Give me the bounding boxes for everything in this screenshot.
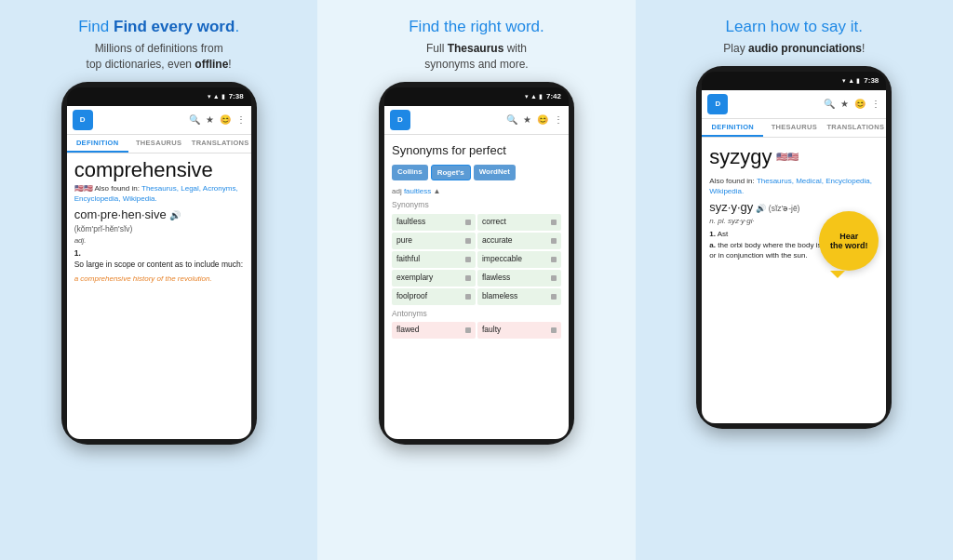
syn-pure[interactable]: pure [392, 233, 476, 249]
section-synonyms: Synonyms [392, 200, 561, 211]
phone-mid-screen: D 🔍 ★ 😊 ⋮ Synonyms for perfect Collins R… [384, 106, 569, 439]
signal-icon-mid: ▲ [530, 93, 537, 100]
syzygy-header-row: syzygy 🇺🇸🇺🇸 Also found in: Thesaurus, Me… [709, 143, 879, 196]
signal-icon: ▲ [213, 93, 220, 100]
search-icon-mid[interactable]: 🔍 [506, 114, 517, 125]
user-icon[interactable]: 😊 [220, 114, 231, 125]
link-wikipedia-r[interactable]: Wikipedia. [709, 187, 744, 195]
header-icons-mid: 🔍 ★ 😊 ⋮ [506, 114, 563, 125]
syn-flawless[interactable]: flawless [477, 270, 561, 287]
syn-faithful[interactable]: faithful [392, 251, 476, 268]
syn-correct[interactable]: correct [477, 214, 561, 231]
panel-mid: Find the right word. Full Thesaurus with… [317, 0, 635, 560]
star-icon[interactable]: ★ [206, 114, 214, 125]
adj-label: adj faultless ▲ [392, 186, 561, 196]
menu-icon-mid[interactable]: ⋮ [554, 114, 563, 125]
source-roget[interactable]: Roget's [431, 165, 471, 180]
search-icon-right[interactable]: 🔍 [824, 99, 835, 109]
syzygy-flags: 🇺🇸🇺🇸 [776, 151, 799, 164]
syn-dot [465, 327, 471, 333]
ant-flawed[interactable]: flawed [392, 322, 476, 339]
tab-thesaurus-left[interactable]: THESAURUS [128, 135, 190, 153]
link-thesaurus[interactable]: Thesaurus, [141, 184, 179, 193]
menu-icon[interactable]: ⋮ [236, 114, 246, 125]
syn-foolproof[interactable]: foolproof [392, 288, 476, 305]
battery-icon-right: ▮ [856, 77, 860, 85]
wifi-icon-mid: ▾ [525, 93, 529, 100]
phone-left: ▾ ▲ ▮ 7:38 D 🔍 ★ 😊 ⋮ DEFINITION THESAURU… [61, 82, 257, 445]
header-icons-right: 🔍 ★ 😊 ⋮ [824, 99, 880, 109]
speaker-icon-right[interactable]: 🔊 [756, 204, 766, 213]
screen-content-left: comprehensive 🇺🇸🇺🇸 Also found in: Thesau… [67, 153, 251, 439]
link-thesaurus-r[interactable]: Thesaurus, [757, 177, 794, 185]
link-legal[interactable]: Legal, [181, 184, 201, 193]
star-icon-right[interactable]: ★ [840, 99, 849, 109]
example-left: a comprehensive history of the revolutio… [74, 273, 244, 284]
link-medical-r[interactable]: Medical, [796, 177, 824, 185]
tab-definition-right[interactable]: DEFINITION [702, 119, 763, 137]
adj-faultless[interactable]: faultless [404, 187, 431, 195]
status-time-mid: 7:42 [546, 92, 561, 100]
thesaurus-header: Synonyms for perfect [392, 142, 561, 159]
syn-dot [465, 238, 471, 244]
app-header-mid: D 🔍 ★ 😊 ⋮ [384, 106, 569, 135]
tab-thesaurus-right[interactable]: THESAURUS [763, 119, 825, 137]
phone-mid-status-bar: ▾ ▲ ▮ 7:42 [384, 87, 569, 106]
user-icon-right[interactable]: 😊 [854, 99, 866, 109]
phone-right-status-bar: ▾ ▲ ▮ 7:38 [702, 72, 886, 90]
section-antonyms: Antonyms [392, 309, 561, 320]
tab-translations-left[interactable]: TRANSLATIONS [190, 135, 251, 153]
syn-dot [465, 220, 471, 225]
hear-bubble[interactable]: Hearthe word! [819, 211, 879, 271]
phone-left-status-bar: ▾ ▲ ▮ 7:38 [67, 87, 251, 106]
syn-blameless[interactable]: blameless [477, 288, 561, 305]
status-icons-mid: ▾ ▲ ▮ [525, 93, 543, 100]
link-acronyms[interactable]: Acronyms, [203, 184, 238, 193]
panel-right-title: Learn how to say it. [726, 17, 863, 37]
panel-right-subtitle: Play audio pronunciations! [723, 41, 865, 57]
speaker-icon-left[interactable]: 🔊 [169, 210, 181, 220]
ant-faulty[interactable]: faulty [477, 322, 561, 339]
source-wordnet[interactable]: WordNet [474, 165, 516, 180]
tab-translations-right[interactable]: TRANSLATIONS [825, 119, 886, 137]
syn-dot [551, 220, 557, 225]
status-icons-left: ▾ ▲ ▮ [208, 93, 225, 100]
syn-exemplary[interactable]: exemplary [392, 270, 476, 287]
menu-icon-right[interactable]: ⋮ [871, 99, 880, 109]
def-text-left: So large in scope or content as to inclu… [74, 260, 244, 271]
tab-definition-left[interactable]: DEFINITION [67, 135, 128, 153]
panel-right: Learn how to say it. Play audio pronunci… [636, 0, 953, 560]
pos-left: adj. [74, 235, 244, 246]
syn-dot [465, 294, 471, 300]
syn-impeccable[interactable]: impeccable [477, 251, 561, 268]
antonyms-grid: flawed faulty [392, 322, 561, 339]
syn-accurate[interactable]: accurate [477, 233, 561, 249]
status-time-left: 7:38 [229, 92, 244, 100]
app-logo-left: D [73, 110, 93, 130]
link-encyclopedia-r[interactable]: Encyclopedia, [825, 177, 872, 185]
signal-icon-right: ▲ [848, 77, 854, 84]
tab-bar-left: DEFINITION THESAURUS TRANSLATIONS [67, 135, 251, 153]
panel-mid-subtitle: Full Thesaurus withsynonyms and more. [424, 41, 528, 73]
syn-dot [551, 327, 557, 333]
pronunciation-left: com·pre·hen·sive 🔊 [74, 207, 244, 223]
source-tabs: Collins Roget's WordNet [392, 165, 561, 180]
status-time-right: 7:38 [864, 76, 879, 85]
phone-right-screen: D 🔍 ★ 😊 ⋮ DEFINITION THESAURUS TRANSLATI… [702, 90, 886, 423]
link-encyclopedia[interactable]: Encyclopedia, [74, 194, 121, 203]
user-icon-mid[interactable]: 😊 [537, 114, 548, 125]
panel-left: Find Find every word. Millions of defini… [0, 0, 317, 560]
syn-dot [551, 294, 557, 300]
app-header-left: D 🔍 ★ 😊 ⋮ [67, 106, 251, 135]
source-collins[interactable]: Collins [392, 165, 428, 180]
star-icon-mid[interactable]: ★ [523, 114, 531, 125]
also-found-left: 🇺🇸🇺🇸 Also found in: Thesaurus, Legal, Ac… [74, 183, 244, 204]
syn-faultless[interactable]: faultless [392, 214, 476, 231]
link-wikipedia[interactable]: Wikipedia. [123, 194, 157, 203]
phone-right: ▾ ▲ ▮ 7:38 D 🔍 ★ 😊 ⋮ DEFINITION THESAURU… [696, 66, 892, 429]
every-word-bold: every word [152, 18, 235, 35]
search-icon[interactable]: 🔍 [189, 114, 200, 125]
syn-dot [551, 275, 557, 281]
synonyms-grid: faultless correct pure accurate faithful… [392, 214, 561, 304]
app-logo-right: D [707, 94, 728, 114]
